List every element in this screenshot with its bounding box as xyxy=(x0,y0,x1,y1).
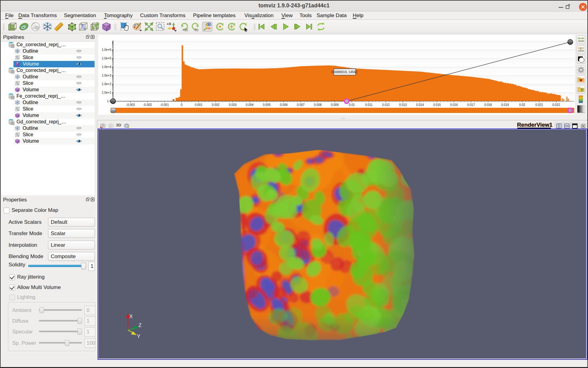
svg-text:Z: Z xyxy=(139,322,142,328)
svg-text:1.0e+5: 1.0e+5 xyxy=(102,57,111,60)
svg-text:C: C xyxy=(580,47,582,50)
svg-text:0.018: 0.018 xyxy=(484,103,492,107)
svg-text:-0.001: -0.001 xyxy=(160,103,169,107)
svg-text:0.022: 0.022 xyxy=(552,103,560,107)
svg-text:0.002: 0.002 xyxy=(212,103,219,107)
svg-text:+90: +90 xyxy=(182,28,188,32)
svg-text:0.003: 0.003 xyxy=(229,103,236,107)
svg-text:+X: +X xyxy=(167,22,171,26)
svg-text:Y: Y xyxy=(137,333,140,339)
svg-text:-90: -90 xyxy=(194,28,199,32)
svg-text:0.01: 0.01 xyxy=(349,103,355,107)
svg-text:0.017: 0.017 xyxy=(467,103,475,107)
svg-text:X: X xyxy=(129,314,133,319)
svg-text:0.006: 0.006 xyxy=(280,103,288,107)
svg-text:0.012: 0.012 xyxy=(382,103,390,107)
svg-text:0.001: 0.001 xyxy=(195,103,203,107)
svg-text:0.02: 0.02 xyxy=(519,103,525,107)
svg-text:0.005: 0.005 xyxy=(263,103,270,107)
svg-text:1.0e+2: 1.0e+2 xyxy=(102,82,111,86)
svg-text:0.007: 0.007 xyxy=(297,103,305,107)
svg-text:0.009: 0.009 xyxy=(331,103,339,107)
svg-text:1.0e+3: 1.0e+3 xyxy=(102,74,111,77)
svg-text:0.0089019, 14562: 0.0089019, 14562 xyxy=(332,70,358,74)
svg-text:0.013: 0.013 xyxy=(399,103,407,107)
svg-text:-0.003: -0.003 xyxy=(126,103,135,107)
svg-text:1.0e+6: 1.0e+6 xyxy=(102,48,111,51)
svg-text:0.008: 0.008 xyxy=(314,103,322,107)
svg-text:0.014: 0.014 xyxy=(416,103,424,107)
svg-text:0.016: 0.016 xyxy=(450,103,458,107)
svg-text:1.0e+4: 1.0e+4 xyxy=(102,65,111,69)
svg-text:0.004: 0.004 xyxy=(246,103,254,107)
svg-text:0.015: 0.015 xyxy=(433,103,441,107)
svg-text:1.0e+1: 1.0e+1 xyxy=(102,91,111,94)
svg-text:0.021: 0.021 xyxy=(535,103,543,107)
svg-text:-0.002: -0.002 xyxy=(143,103,152,107)
svg-text:0.011: 0.011 xyxy=(365,103,373,107)
svg-text:0: 0 xyxy=(181,103,183,107)
svg-text:0.019: 0.019 xyxy=(501,103,509,107)
